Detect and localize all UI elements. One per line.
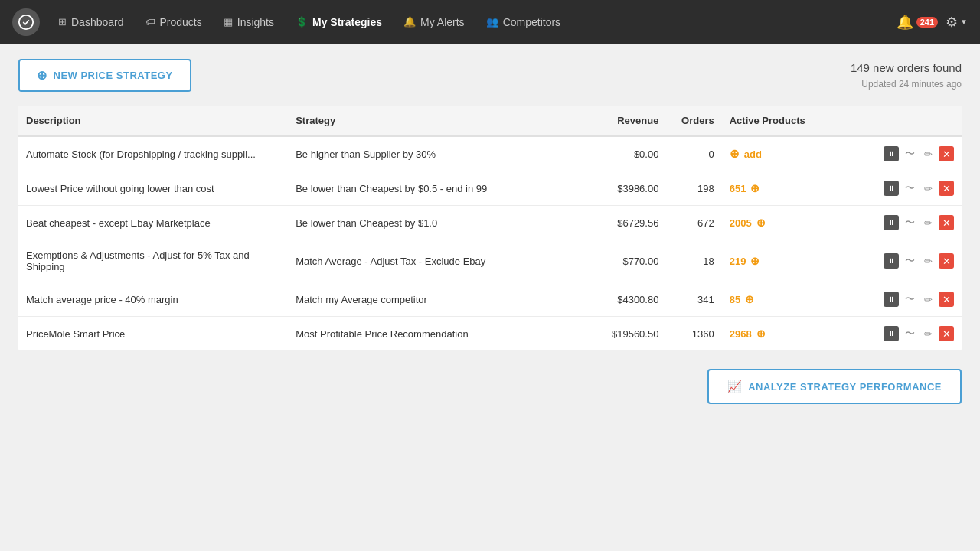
analyze-strategy-performance-button[interactable]: 📈 ANALYZE STRATEGY PERFORMANCE [707,369,962,404]
cell-actions: ⏸ 〜 ✏ ✕ [876,282,962,317]
cell-orders: 198 [666,171,721,206]
chart-button[interactable]: 〜 [902,181,917,196]
cell-actions: ⏸ 〜 ✏ ✕ [876,206,962,240]
cell-strategy: Match Average - Adjust Tax - Exclude Eba… [288,240,577,282]
strategies-table: Description Strategy Revenue Orders Acti… [18,106,962,350]
new-strategy-label: NEW PRICE STRATEGY [54,70,173,81]
cell-description: Beat cheapest - except Ebay Marketplace [18,206,288,240]
cell-strategy: Match my Average competitor [288,282,577,317]
cell-active-products: 651⊕ [722,171,876,206]
edit-button[interactable]: ✏ [920,146,936,161]
orders-updated-text: Updated 24 minutes ago [851,77,962,92]
active-count: 2005 [730,217,752,229]
alert-badge: 241 [916,17,938,28]
delete-button[interactable]: ✕ [939,292,954,307]
active-plus-icon[interactable]: ⊕ [750,182,760,194]
new-price-strategy-button[interactable]: ⊕ NEW PRICE STRATEGY [18,59,191,92]
delete-button[interactable]: ✕ [939,146,954,161]
chart-button[interactable]: 〜 [902,215,917,230]
cell-active-products: 2968⊕ [722,317,876,351]
col-header-orders: Orders [666,106,721,136]
pause-button[interactable]: ⏸ [884,215,899,230]
app-logo [12,8,40,36]
cell-strategy: Be lower than Cheapest by $0.5 - end in … [288,171,577,206]
table-row: Match average price - 40% margin Match m… [18,282,962,317]
active-plus-icon[interactable]: ⊕ [750,255,760,267]
cell-strategy: Most Profitable Price Recommendation [288,317,577,351]
chevron-down-icon: ▼ [960,18,968,26]
cell-description: PriceMole Smart Price [18,317,288,351]
cell-revenue: $6729.56 [577,206,666,240]
cell-active-products: 219⊕ [722,240,876,282]
cell-orders: 0 [666,136,721,171]
col-header-strategy: Strategy [288,106,577,136]
cell-active-products: 85⊕ [722,282,876,317]
strategies-table-container: Description Strategy Revenue Orders Acti… [18,106,962,350]
chart-line-icon: 📈 [727,380,743,393]
table-row: Lowest Price without going lower than co… [18,171,962,206]
analyze-btn-label: ANALYZE STRATEGY PERFORMANCE [748,381,942,393]
edit-button[interactable]: ✏ [920,215,936,230]
active-plus-icon[interactable]: ⊕ [756,217,766,229]
delete-button[interactable]: ✕ [939,181,954,196]
chart-button[interactable]: 〜 [902,326,917,341]
nav-dashboard-label: Dashboard [71,16,124,28]
edit-button[interactable]: ✏ [920,253,936,269]
orders-info: 149 new orders found Updated 24 minutes … [851,59,962,92]
cell-orders: 341 [666,282,721,317]
pause-button[interactable]: ⏸ [884,146,899,161]
tag-icon: 🏷 [145,16,155,28]
chart-button[interactable]: 〜 [902,253,917,269]
table-header-row: Description Strategy Revenue Orders Acti… [18,106,962,136]
svg-point-0 [19,15,33,28]
col-header-active-products: Active Products [722,106,876,136]
cell-description: Lowest Price without going lower than co… [18,171,288,206]
cell-strategy: Be lower than Cheapest by $1.0 [288,206,577,240]
table-row: Exemptions & Adjustments - Adjust for 5%… [18,240,962,282]
cell-active-products: 2005⊕ [722,206,876,240]
orders-found-text: 149 new orders found [851,59,962,77]
settings-button[interactable]: ⚙ ▼ [946,14,968,31]
edit-button[interactable]: ✏ [920,292,936,307]
active-plus-icon[interactable]: ⊕ [745,293,754,305]
active-plus-icon[interactable]: ⊕ [756,328,766,340]
cell-actions: ⏸ 〜 ✏ ✕ [876,240,962,282]
dollar-icon: 💲 [296,16,308,28]
nav-my-strategies[interactable]: 💲 My Strategies [286,11,391,33]
cell-revenue: $0.00 [577,136,666,171]
cell-revenue: $770.00 [577,240,666,282]
nav-insights-label: Insights [237,16,274,28]
table-icon: ▦ [224,16,233,28]
users-icon: 👥 [486,16,498,28]
cell-description: Match average price - 40% margin [18,282,288,317]
chart-button[interactable]: 〜 [902,292,917,307]
delete-button[interactable]: ✕ [939,326,954,341]
table-row: PriceMole Smart Price Most Profitable Pr… [18,317,962,351]
pause-button[interactable]: ⏸ [884,181,899,196]
cell-orders: 672 [666,206,721,240]
navbar: ⊞ Dashboard 🏷 Products ▦ Insights 💲 My S… [0,0,980,44]
nav-products[interactable]: 🏷 Products [136,11,211,33]
add-label[interactable]: add [744,148,762,160]
chart-button[interactable]: 〜 [902,146,917,161]
alerts-button[interactable]: 🔔 241 [897,14,938,31]
table-row: Automate Stock (for Dropshipping / track… [18,136,962,171]
edit-button[interactable]: ✏ [920,326,936,341]
pause-button[interactable]: ⏸ [884,292,899,307]
cell-description: Exemptions & Adjustments - Adjust for 5%… [18,240,288,282]
nav-competitors[interactable]: 👥 Competitors [477,11,570,33]
cell-actions: ⏸ 〜 ✏ ✕ [876,171,962,206]
nav-insights[interactable]: ▦ Insights [214,11,283,33]
analyze-wrap: 📈 ANALYZE STRATEGY PERFORMANCE [18,369,962,404]
pause-button[interactable]: ⏸ [884,253,899,269]
grid-icon: ⊞ [58,16,67,28]
pause-button[interactable]: ⏸ [884,326,899,341]
delete-button[interactable]: ✕ [939,215,954,230]
delete-button[interactable]: ✕ [939,253,954,269]
edit-button[interactable]: ✏ [920,181,936,196]
nav-my-strategies-label: My Strategies [312,16,382,28]
nav-my-alerts-label: My Alerts [420,16,465,28]
cell-actions: ⏸ 〜 ✏ ✕ [876,136,962,171]
nav-dashboard[interactable]: ⊞ Dashboard [49,11,133,33]
nav-my-alerts[interactable]: 🔔 My Alerts [394,11,474,33]
